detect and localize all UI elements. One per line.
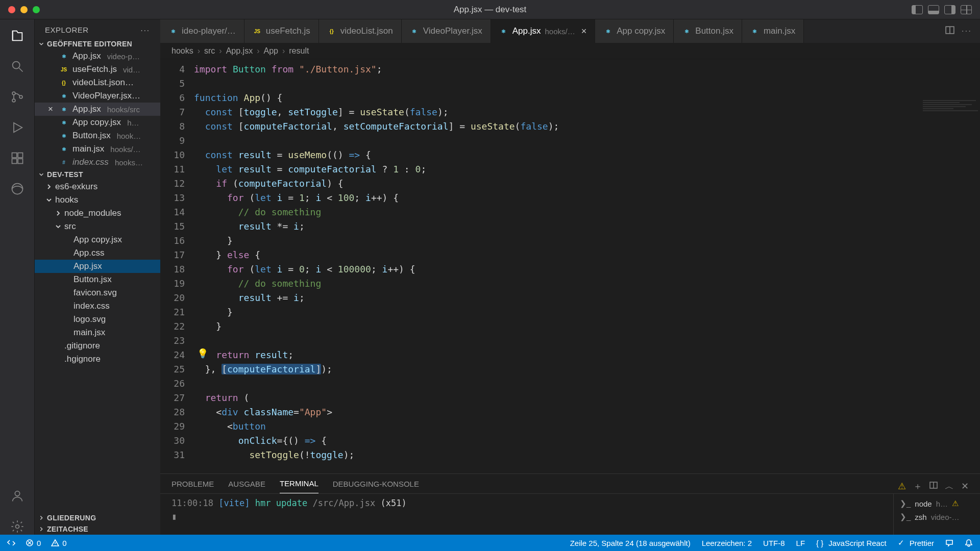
open-editors-section[interactable]: GEÖFFNETE EDITOREN [35, 38, 160, 49]
toggle-panel-icon[interactable] [928, 5, 939, 14]
accounts-icon[interactable] [9, 488, 26, 504]
layout-controls [912, 5, 972, 14]
breadcrumb[interactable]: hooks›src›App.jsx›App›result [160, 43, 980, 59]
tree-item[interactable]: Button.jsx [35, 273, 160, 286]
editor-tab[interactable]: ⚛Button.jsx [674, 19, 742, 43]
explorer-more-icon[interactable]: ··· [140, 26, 150, 34]
source-control-icon[interactable] [9, 89, 26, 105]
indentation[interactable]: Leerzeichen: 2 [702, 539, 752, 547]
split-editor-icon[interactable] [945, 26, 954, 37]
toggle-primary-sidebar-icon[interactable] [912, 5, 923, 14]
breadcrumb-segment[interactable]: src [204, 46, 215, 56]
warning-icon: ⚠ [952, 499, 959, 508]
toggle-secondary-sidebar-icon[interactable] [944, 5, 955, 14]
customize-layout-icon[interactable] [961, 5, 972, 14]
minimap[interactable] [919, 99, 980, 473]
open-editor-item[interactable]: #index.csshooks… [35, 156, 160, 169]
breadcrumb-segment[interactable]: result [289, 46, 309, 56]
tree-item[interactable]: App copy.jsx [35, 233, 160, 246]
warnings-count[interactable]: 0 [51, 539, 66, 547]
warning-icon[interactable]: ⚠ [898, 481, 906, 492]
editor-tab[interactable]: JSuseFetch.js [244, 19, 319, 43]
breadcrumb-segment[interactable]: App [263, 46, 278, 56]
settings-gear-icon[interactable] [9, 518, 26, 535]
errors-count[interactable]: 0 [26, 539, 41, 547]
editor-tab[interactable]: ⚛VideoPlayer.jsx [402, 19, 491, 43]
notifications-icon[interactable] [965, 539, 973, 547]
encoding[interactable]: UTF-8 [763, 539, 785, 547]
breadcrumb-segment[interactable]: hooks [172, 46, 193, 56]
tree-item[interactable]: logo.svg [35, 313, 160, 326]
editor-tab[interactable]: ⚛main.jsx [742, 19, 804, 43]
more-actions-icon[interactable]: ··· [962, 26, 972, 36]
open-editor-item[interactable]: ⚛App.jsxvideo-p… [35, 49, 160, 63]
edge-icon[interactable] [9, 181, 26, 197]
tree-item[interactable]: node_modules [35, 207, 160, 220]
status-bar: 0 0 Zeile 25, Spalte 24 (18 ausgewählt) … [0, 535, 980, 551]
tree-item[interactable]: App.css [35, 246, 160, 260]
open-editor-item[interactable]: ⚛App copy.jsxh… [35, 116, 160, 129]
editor-tabs: ⚛ideo-player/…JSuseFetch.js{}videoList.j… [160, 19, 980, 43]
file-tree: es6-exkurshooksnode_modulessrcApp copy.j… [35, 180, 160, 366]
maximize-window-button[interactable] [33, 6, 40, 13]
lightbulb-icon[interactable]: 💡 [197, 348, 208, 359]
svg-rect-7 [18, 159, 22, 163]
eol[interactable]: LF [796, 539, 805, 547]
svg-point-1 [12, 92, 15, 95]
open-editor-item[interactable]: ×⚛App.jsxhooks/src [35, 103, 160, 116]
outline-section[interactable]: GLIEDERUNG [35, 512, 160, 523]
tree-item[interactable]: main.jsx [35, 326, 160, 339]
panel-tab-output[interactable]: AUSGABE [228, 480, 265, 493]
extensions-icon[interactable] [9, 150, 26, 166]
tree-item[interactable]: index.css [35, 299, 160, 313]
close-tab-icon[interactable]: × [581, 26, 587, 37]
tree-item[interactable]: .hgignore [35, 353, 160, 366]
maximize-panel-icon[interactable]: ︿ [945, 480, 954, 492]
terminal-output[interactable]: 11:00:18 [vite] hmr update /src/App.jsx … [160, 494, 893, 535]
prettier-status[interactable]: ✓Prettier [898, 538, 934, 547]
open-editor-item[interactable]: ⚛Button.jsxhook… [35, 129, 160, 142]
editor-tab[interactable]: {}videoList.json [319, 19, 402, 43]
cursor-position[interactable]: Zeile 25, Spalte 24 (18 ausgewählt) [570, 539, 691, 547]
open-editor-item[interactable]: JSuseFetch.jsvid… [35, 63, 160, 76]
editor-tab[interactable]: ⚛ideo-player/… [160, 19, 244, 43]
terminal-instance[interactable]: ❯_nodeh…⚠ [899, 497, 975, 510]
panel-tab-terminal[interactable]: TERMINAL [280, 479, 318, 493]
panel-tab-problems[interactable]: PROBLEME [172, 480, 214, 493]
titlebar: App.jsx — dev-test [0, 0, 980, 19]
breadcrumb-segment[interactable]: App.jsx [226, 46, 253, 56]
tree-item[interactable]: es6-exkurs [35, 180, 160, 193]
split-terminal-icon[interactable] [929, 481, 938, 492]
minimize-window-button[interactable] [20, 6, 28, 13]
code-editor[interactable]: 4567891011121314151617181920212223242526… [160, 59, 980, 473]
tree-item[interactable]: App.jsx [35, 260, 160, 273]
open-editors-list: ⚛App.jsxvideo-p…JSuseFetch.jsvid…{}video… [35, 49, 160, 169]
open-editor-item[interactable]: ⚛main.jsxhooks/… [35, 142, 160, 156]
new-terminal-icon[interactable]: ＋ [913, 480, 922, 492]
terminal-instance[interactable]: ❯_zshvideo-… [899, 510, 975, 523]
run-debug-icon[interactable] [9, 119, 26, 136]
open-editor-item[interactable]: {}videoList.json… [35, 76, 160, 89]
language-mode[interactable]: { }JavaScript React [816, 539, 887, 547]
open-editor-item[interactable]: ⚛VideoPlayer.jsx… [35, 89, 160, 103]
tree-item[interactable]: src [35, 220, 160, 233]
line-gutter: 4567891011121314151617181920212223242526… [160, 59, 194, 473]
tree-item[interactable]: .gitignore [35, 339, 160, 353]
svg-point-2 [12, 99, 15, 102]
code-content[interactable]: import Button from "./Button.jsx"; funct… [194, 59, 980, 473]
close-window-button[interactable] [8, 6, 15, 13]
editor-tab[interactable]: ⚛App copy.jsx [595, 19, 674, 43]
terminal-list: ❯_nodeh…⚠❯_zshvideo-… [893, 494, 980, 535]
remote-indicator[interactable] [7, 539, 15, 547]
feedback-icon[interactable] [945, 539, 953, 547]
tree-item[interactable]: favicon.svg [35, 286, 160, 299]
explorer-icon[interactable] [9, 28, 26, 44]
close-panel-icon[interactable]: ✕ [961, 481, 969, 492]
bottom-panel: PROBLEME AUSGABE TERMINAL DEBUGGING-KONS… [160, 473, 980, 535]
tree-item[interactable]: hooks [35, 193, 160, 207]
project-section[interactable]: DEV-TEST [35, 169, 160, 180]
timeline-section[interactable]: ZEITACHSE [35, 523, 160, 535]
search-icon[interactable] [9, 58, 26, 74]
editor-tab[interactable]: ⚛App.jsxhooks/…× [491, 19, 595, 43]
panel-tab-debug[interactable]: DEBUGGING-KONSOLE [333, 480, 419, 493]
